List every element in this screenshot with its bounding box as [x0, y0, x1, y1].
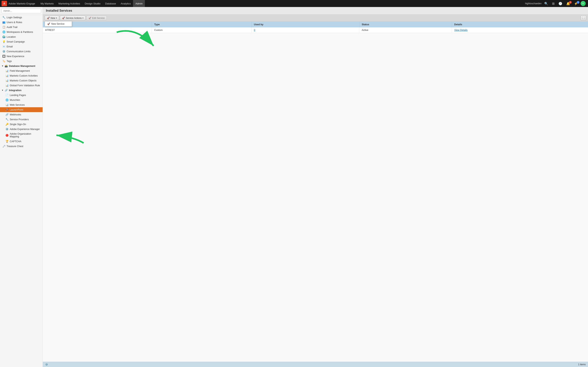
sidebar-item-single-sign-on[interactable]: 🔑 Single Sign-On — [0, 122, 43, 127]
search-icon-btn[interactable]: 🔍 — [543, 2, 549, 5]
sidebar-section-database-mgmt[interactable]: ▼ 🗃️ Database Management — [0, 64, 43, 68]
sidebar-item-service-providers[interactable]: 🔧 Service Providers — [0, 117, 43, 122]
sidebar-item-communication-limits[interactable]: ⚙️ Communication Limits — [0, 49, 43, 54]
new-dropdown-menu: 🚀 New Service — [45, 21, 72, 27]
sidebar-item-label: Treasure Chest — [7, 145, 23, 148]
sidebar-item-workspaces[interactable]: 🌐 Workspaces & Partitions — [0, 30, 43, 34]
email-icon: 📧 — [2, 45, 5, 48]
sidebar-item-users-roles[interactable]: 👥 Users & Roles — [0, 20, 43, 25]
table-row: HTREST Custom 0 Active View Details — [43, 27, 588, 33]
nav-database[interactable]: Database — [103, 0, 119, 7]
sidebar-item-label: Marketo Custom Objects — [10, 79, 37, 82]
row-type: Custom — [152, 27, 251, 33]
landing-pages-icon: 📄 — [5, 94, 9, 97]
sidebar-item-label: CAPTCHA — [10, 140, 21, 143]
service-actions-dropdown-arrow: ▾ — [82, 17, 83, 19]
app-name: Adobe Marketo Engage — [9, 2, 35, 5]
sidebar-item-label: Service Providers — [10, 118, 29, 121]
sidebar-item-webhooks[interactable]: 🔗 Webhooks — [0, 112, 43, 117]
new-service-icon: 🚀 — [47, 23, 50, 25]
status-icon: ⚙️ — [45, 363, 48, 366]
row-used-by[interactable]: 0 — [251, 27, 359, 33]
services-table: Name Type Used by Status Details HTREST … — [43, 22, 588, 33]
item-count: 1 items — [578, 363, 586, 366]
edit-service-button[interactable]: 🚀 Edit Service — [86, 16, 107, 20]
sidebar-item-location[interactable]: 🌍 Location — [0, 34, 43, 39]
captcha-icon: 🏆 — [5, 140, 9, 143]
nav-marketing-activities[interactable]: Marketing Activities — [56, 0, 82, 7]
new-button-label: New — [51, 17, 55, 19]
single-sign-on-icon: 🔑 — [5, 123, 9, 126]
sidebar-item-launchpoint[interactable]: 🚀 LaunchPoint — [0, 107, 43, 112]
sidebar-item-label: Users & Roles — [7, 21, 22, 24]
login-settings-icon: 🔧 — [2, 16, 5, 19]
status-bar: ⚙️ 1 items — [43, 362, 588, 367]
global-form-icon: 📊 — [5, 84, 9, 87]
collapse-icon: ▼ — [1, 89, 3, 91]
sidebar-item-label: Single Sign-On — [10, 123, 26, 126]
col-type: Type — [152, 22, 251, 27]
new-experience-icon: 🔲 — [2, 55, 5, 58]
sidebar-item-global-form-validation[interactable]: 📊 Global Form Validation Rule — [0, 83, 43, 88]
sidebar-item-label: Communication Limits — [7, 50, 31, 53]
sidebar-item-marketo-custom-activities[interactable]: 📊 Marketo Custom Activities — [0, 73, 43, 78]
sidebar-item-email[interactable]: 📧 Email — [0, 44, 43, 49]
sidebar-item-audit-trail[interactable]: 📋 Audit Trail — [0, 25, 43, 30]
row-status: Active — [359, 27, 452, 33]
sidebar-item-adobe-org-mapping[interactable]: 🔴 Adobe Organization Mapping — [0, 132, 43, 139]
new-button-icon: 🚀 — [47, 17, 50, 19]
nav-design-studio[interactable]: Design Studio — [82, 0, 103, 7]
custom-activities-icon: 📊 — [5, 74, 9, 77]
bell-badge: 3 — [569, 1, 572, 4]
app-logo: A — [1, 1, 7, 6]
sidebar: 🔧 Login Settings 👥 Users & Roles 📋 Audit… — [0, 7, 43, 367]
sidebar-item-label: Adobe Experience Manager — [10, 128, 40, 131]
notification-icon-btn[interactable]: ⚡ 1 — [573, 2, 579, 5]
sidebar-item-tags[interactable]: 🏷️ Tags — [0, 59, 43, 64]
sidebar-item-label: Audit Trail — [7, 26, 17, 29]
nav-my-marketo[interactable]: My Marketo — [38, 0, 56, 7]
munchkin-icon: 🌐 — [5, 99, 9, 101]
row-details[interactable]: View Details — [452, 27, 588, 33]
workspaces-icon: 🌐 — [2, 31, 5, 33]
sidebar-item-new-experience[interactable]: 🔲 New Experience — [0, 54, 43, 59]
sidebar-section-integration[interactable]: ▼ 🔗 Integration — [0, 88, 43, 93]
sidebar-item-marketo-custom-objects[interactable]: 📊 Marketo Custom Objects — [0, 78, 43, 83]
sidebar-item-label: Workspaces & Partitions — [7, 31, 33, 33]
service-actions-button[interactable]: 🚀 Service Actions ▾ — [60, 16, 85, 20]
username: hightouchaedev — [525, 2, 542, 5]
col-details: Details — [452, 22, 588, 27]
sidebar-item-label: Field Management — [10, 70, 30, 72]
webhooks-icon: 🔗 — [5, 113, 9, 116]
clock-icon-btn[interactable]: 🕐 — [557, 2, 563, 5]
sidebar-item-field-management[interactable]: 📊 Field Management — [0, 68, 43, 73]
sidebar-item-adobe-experience-manager[interactable]: ⚙️ Adobe Experience Manager — [0, 127, 43, 132]
grid-icon-btn[interactable]: ⊞ — [551, 2, 556, 5]
sidebar-item-web-services[interactable]: 📊 Web Services — [0, 102, 43, 107]
sidebar-item-login-settings[interactable]: 🔧 Login Settings — [0, 15, 43, 20]
sidebar-item-label: Landing Pages — [10, 94, 26, 97]
sidebar-item-label: Tags — [7, 60, 12, 63]
sidebar-item-label: Smart Campaign — [7, 40, 25, 43]
avatar[interactable]: H — [581, 1, 586, 6]
database-mgmt-icon: 🗃️ — [5, 65, 8, 67]
nav-admin[interactable]: Admin — [133, 0, 145, 7]
sidebar-item-treasure-chest[interactable]: 🗝️ Treasure Chest — [0, 144, 43, 149]
sidebar-item-captcha[interactable]: 🏆 CAPTCHA — [0, 139, 43, 144]
sidebar-item-smart-campaign[interactable]: 💡 Smart Campaign — [0, 39, 43, 44]
expand-button[interactable]: ⛶ — [581, 16, 586, 20]
main-content: Installed Services 🚀 New ▾ 🚀 Service Act… — [43, 7, 588, 367]
search-input[interactable] — [1, 8, 41, 13]
sidebar-search-container — [0, 7, 43, 15]
adobe-org-icon: 🔴 — [5, 134, 9, 137]
sidebar-item-munchkin[interactable]: 🌐 Munchkin — [0, 98, 43, 102]
new-button[interactable]: 🚀 New ▾ — [45, 16, 59, 20]
bell-icon-btn[interactable]: 🔔 3 — [565, 2, 571, 5]
page-title: Installed Services — [46, 9, 72, 12]
sidebar-item-landing-pages[interactable]: 📄 Landing Pages — [0, 93, 43, 98]
nav-analytics[interactable]: Analytics — [118, 0, 133, 7]
sidebar-item-label: Webhooks — [10, 113, 21, 116]
sidebar-item-label: Email — [7, 45, 13, 48]
sidebar-item-label: Munchkin — [10, 99, 20, 101]
new-service-item[interactable]: 🚀 New Service — [45, 21, 72, 26]
